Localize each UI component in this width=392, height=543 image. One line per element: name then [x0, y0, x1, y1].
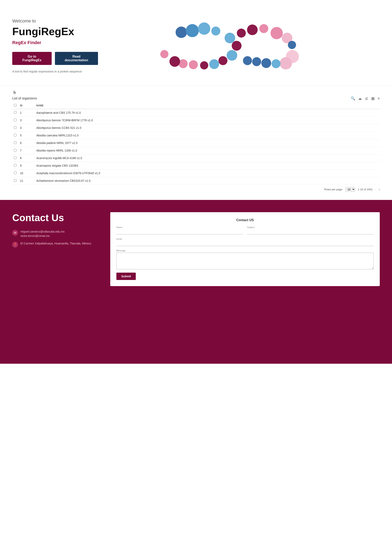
rows-per-page-select[interactable]: 10 25 50: [345, 187, 355, 192]
row-name: Acaromyces ingoldii MCA 4198 v1.0: [35, 154, 380, 162]
row-checkbox-cell: [12, 177, 18, 185]
contact-form-container: Contact US Name Subject Email Message Su…: [110, 212, 380, 286]
bubble: [227, 50, 237, 61]
bubble: [200, 61, 208, 69]
row-checkbox-cell: [12, 154, 18, 162]
table-row[interactable]: 5 Absidia caerulea NRRL1315 v1.0: [12, 132, 380, 139]
row-checkbox[interactable]: [14, 171, 17, 174]
row-id: 9: [18, 162, 35, 170]
row-id: 8: [18, 154, 35, 162]
row-name: Absidia padenii NRRL 2977 v1.0: [35, 139, 380, 147]
row-checkbox-cell: [12, 132, 18, 139]
table-row[interactable]: 3 Abortiporus biennis ?CIRM-BRFM 1778 v1…: [12, 117, 380, 124]
col-id-header: ID: [18, 102, 35, 109]
grid-icon[interactable]: ▦: [371, 96, 375, 101]
organisms-section: 🖱 List of organisms 🔍 ☁ 🖨 ▦ ≡ ID NAME: [0, 86, 392, 200]
bubble: [270, 27, 283, 39]
email-field: Email: [116, 238, 374, 246]
col-name-header: NAME: [35, 102, 380, 109]
row-checkbox[interactable]: [14, 156, 17, 159]
row-name: Achaetomium strumarium CBS333.67 v1.0: [35, 177, 380, 185]
row-id: 10: [18, 170, 35, 177]
print-icon[interactable]: 🖨: [365, 96, 368, 101]
bubble: [252, 57, 261, 66]
bubble: [243, 56, 252, 65]
email-1: miguel.canseco@utlaxcala.edu.mx: [20, 230, 65, 234]
email-icon: ✉: [12, 230, 18, 236]
email-input[interactable]: [116, 241, 374, 246]
table-row[interactable]: 11 Achaetomium strumarium CBS333.67 v1.0: [12, 177, 380, 185]
bubble: [237, 28, 246, 38]
bubble: [160, 50, 168, 58]
contact-address-item: 📍 El Carmen Xalpatlahuaya, Huamantla, Tl…: [12, 241, 98, 248]
message-label: Message: [116, 249, 374, 252]
row-checkbox-cell: [12, 109, 18, 117]
message-textarea[interactable]: [116, 253, 374, 269]
table-row[interactable]: 9 Acarospora strigata CBS 132363: [12, 162, 380, 170]
bubble: [198, 23, 210, 35]
row-checkbox-cell: [12, 147, 18, 154]
table-row[interactable]: 4 Abortiporus biennis CCBS 521 v1.0: [12, 124, 380, 132]
table-row[interactable]: 7 Absidia repens NRRL 1336 v1.0: [12, 147, 380, 154]
row-checkbox[interactable]: [14, 126, 17, 129]
app-subtitle: RegEx Finder: [12, 40, 98, 45]
go-to-fungiregex-button[interactable]: Go to FungiRegEx: [12, 52, 52, 65]
row-checkbox[interactable]: [14, 179, 17, 182]
bubble: [261, 58, 271, 68]
submit-button[interactable]: Submit: [116, 273, 136, 280]
contact-email-item: ✉ miguel.canseco@utlaxcala.edu.mx victor…: [12, 230, 98, 238]
row-id: 4: [18, 124, 35, 132]
row-checkbox[interactable]: [14, 149, 17, 152]
filter-icon[interactable]: ≡: [377, 96, 380, 101]
bubble: [218, 56, 227, 65]
row-checkbox[interactable]: [14, 141, 17, 144]
col-checkbox-header: [12, 102, 18, 109]
row-checkbox-cell: [12, 139, 18, 147]
email-2: victor.terron@cimat.mx: [20, 234, 65, 238]
organisms-table: ID NAME 1 Aaosphaeria arxii CBS 175.79 v…: [12, 102, 380, 185]
bubble: [176, 27, 187, 38]
table-row[interactable]: 8 Acaromyces ingoldii MCA 4198 v1.0: [12, 154, 380, 162]
bubble: [211, 27, 220, 35]
table-row[interactable]: 1 Aaosphaeria arxii CBS 175.79 v1.0: [12, 109, 380, 117]
contact-left: Contact Us ✉ miguel.canseco@utlaxcala.ed…: [12, 212, 98, 251]
table-icon-area: 🖱: [12, 90, 380, 95]
table-header-row: ID NAME: [12, 102, 380, 109]
next-page-button[interactable]: ›: [379, 188, 380, 191]
row-name: Aaosphaeria arxii CBS 175.79 v1.0: [35, 109, 380, 117]
table-row[interactable]: 10 Acephala macrosclerotiorum EW76-UTF05…: [12, 170, 380, 177]
bubble: [247, 24, 258, 35]
row-id: 1: [18, 109, 35, 117]
rows-per-page-label: Rows per page:: [324, 188, 343, 191]
name-input[interactable]: [116, 229, 243, 234]
cloud-upload-icon[interactable]: ☁: [358, 96, 362, 101]
read-documentation-button[interactable]: Read documentation: [55, 52, 98, 65]
bubble: [189, 60, 198, 69]
row-checkbox[interactable]: [14, 111, 17, 114]
row-checkbox[interactable]: [14, 134, 17, 136]
row-name: Acarospora strigata CBS 132363: [35, 162, 380, 170]
subject-label: Subject: [247, 226, 374, 228]
row-name: Abortiporus biennis CCBS 521 v1.0: [35, 124, 380, 132]
bubble: [186, 24, 199, 37]
bubble: [209, 59, 219, 69]
select-all-checkbox[interactable]: [14, 104, 17, 107]
search-icon[interactable]: 🔍: [351, 96, 355, 101]
contact-form-title: Contact US: [116, 218, 374, 222]
row-name: Acephala macrosclerotiorum EW76-UTF0540 …: [35, 170, 380, 177]
bubble: [288, 41, 296, 49]
contact-address: El Carmen Xalpatlahuaya, Huamantla, Tlax…: [20, 241, 92, 246]
table-row[interactable]: 6 Absidia padenii NRRL 2977 v1.0: [12, 139, 380, 147]
row-checkbox[interactable]: [14, 119, 17, 121]
row-id: 7: [18, 147, 35, 154]
prev-page-button[interactable]: ‹: [375, 188, 376, 191]
hero-buttons: Go to FungiRegEx Read documentation: [12, 52, 98, 65]
pagination-range: 1-10 of 2401: [358, 188, 373, 191]
location-icon: 📍: [12, 242, 18, 248]
row-checkbox[interactable]: [14, 164, 17, 167]
message-field-inner: Message: [116, 249, 374, 269]
app-title: FungiRegEx: [12, 25, 98, 38]
bubble: [280, 57, 292, 69]
contact-section: Contact Us ✉ miguel.canseco@utlaxcala.ed…: [0, 200, 392, 302]
subject-input[interactable]: [247, 229, 374, 234]
